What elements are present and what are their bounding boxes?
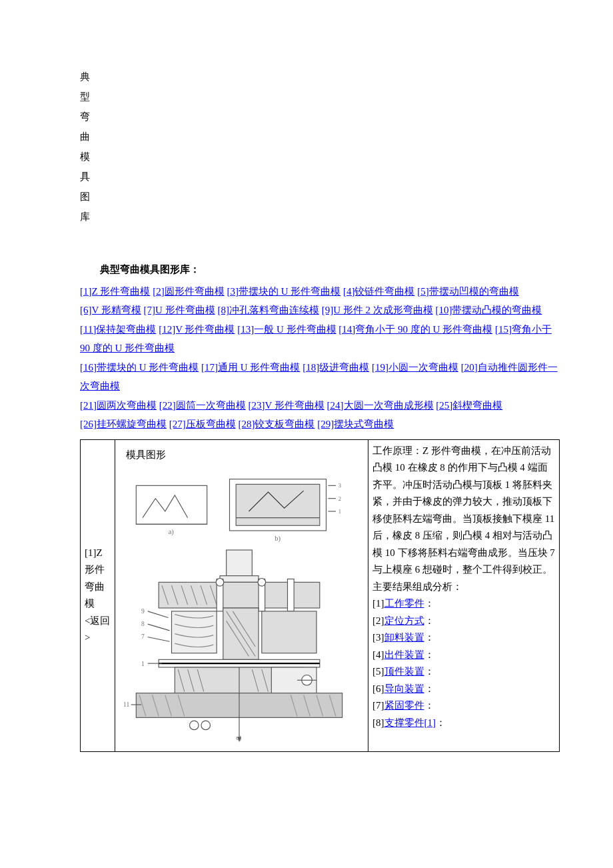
colon: ： — [424, 683, 434, 694]
section-subtitle: 典型弯曲模具图形库： — [80, 260, 560, 279]
item-num: [6] — [372, 683, 384, 694]
link-11[interactable]: [11]保持架弯曲模 — [80, 324, 156, 335]
link-12[interactable]: [12]V 形件弯曲模 — [159, 324, 235, 335]
colon: ： — [424, 649, 434, 660]
vt-char: 库 — [80, 207, 560, 227]
svg-text:11: 11 — [123, 701, 129, 708]
row-label-cell: [1]Z 形件 弯曲 模 <返回> — [81, 439, 115, 752]
vt-char: 曲 — [80, 127, 560, 147]
svg-line-39 — [148, 637, 170, 642]
svg-point-17 — [216, 579, 224, 587]
svg-text:3: 3 — [338, 482, 341, 489]
svg-text:a): a) — [169, 528, 175, 536]
svg-text:7: 7 — [141, 633, 145, 640]
svg-rect-15 — [159, 582, 320, 608]
item-num: [7] — [372, 700, 384, 711]
svg-rect-4 — [236, 484, 320, 525]
link-14[interactable]: [14]弯角小于 90 度的 U 形件弯曲模 — [338, 324, 492, 335]
svg-rect-20 — [288, 579, 295, 611]
item-link-6[interactable]: 导向装置 — [384, 683, 424, 694]
link-3[interactable]: [3]带摆块的 U 形件弯曲模 — [227, 286, 340, 297]
table-row: [1]Z 形件 弯曲 模 <返回> 模具图形 a) — [81, 439, 560, 752]
link-24[interactable]: [24]大圆一次弯曲成形模 — [327, 400, 434, 411]
row-label: [1]Z — [85, 545, 111, 562]
link-10[interactable]: [10]带摆动凸模的弯曲模 — [435, 305, 542, 315]
item-link-2[interactable]: 定位方式 — [384, 615, 424, 626]
item-link-4[interactable]: 出件装置 — [384, 649, 424, 660]
die-diagram: a) 3 2 1 b) — [119, 469, 359, 749]
svg-text:1: 1 — [141, 660, 145, 667]
colon: ： — [424, 598, 434, 609]
link-4[interactable]: [4]铰链件弯曲模 — [343, 286, 415, 297]
index-links: [1]Z 形件弯曲模 [2]圆形件弯曲模 [3]带摆块的 U 形件弯曲模 [4]… — [80, 282, 560, 434]
svg-text:9: 9 — [141, 607, 145, 615]
link-18[interactable]: [18]级进弯曲模 — [303, 362, 369, 373]
analysis-title: 主要结果组成分析： — [372, 579, 555, 596]
item-link-3[interactable]: 卸料装置 — [384, 632, 424, 643]
vt-char: 具 — [80, 167, 560, 187]
link-6[interactable]: [6]V 形精弯模 — [80, 305, 141, 315]
vt-char: 弯 — [80, 107, 560, 127]
svg-rect-0 — [136, 485, 207, 524]
link-25[interactable]: [25]斜楔弯曲模 — [436, 400, 502, 411]
svg-text:2: 2 — [338, 495, 341, 502]
item-num: [1] — [372, 598, 384, 609]
back-link[interactable]: <返回> — [85, 615, 110, 643]
row-label: 形件 — [85, 561, 111, 579]
svg-rect-23 — [262, 611, 316, 653]
working-principle: 工作原理：Z 形件弯曲模，在冲压前活动凸模 10 在橡皮 8 的作用下与凸模 4… — [372, 443, 555, 579]
link-29[interactable]: [29]摆块式弯曲模 — [317, 419, 394, 429]
svg-point-31 — [190, 721, 199, 730]
link-5[interactable]: [5]带摆动凹模的弯曲模 — [417, 286, 519, 297]
item-link-8[interactable]: 支撑零件[1] — [384, 717, 436, 728]
link-16[interactable]: [16]带摆块的 U 形件弯曲模 — [80, 362, 199, 373]
link-26[interactable]: [26]挂环螺旋弯曲模 — [80, 419, 167, 429]
svg-text:c): c) — [236, 734, 242, 742]
figure-title: 模具图形 — [126, 447, 364, 464]
svg-point-32 — [201, 721, 211, 730]
link-9[interactable]: [9]U 形件 2 次成形弯曲模 — [322, 305, 433, 315]
item-num: [3] — [372, 632, 384, 643]
item-link-5[interactable]: 顶件装置 — [384, 666, 424, 677]
link-8[interactable]: [8]冲孔落料弯曲连续模 — [217, 305, 319, 315]
link-27[interactable]: [27]压板弯曲模 — [169, 419, 236, 429]
svg-rect-14 — [220, 576, 259, 583]
link-7[interactable]: [7]U 形件弯曲模 — [144, 305, 215, 315]
colon: ： — [424, 615, 434, 626]
svg-text:b): b) — [275, 535, 281, 543]
item-num: [5] — [372, 666, 384, 677]
description-cell: 工作原理：Z 形件弯曲模，在冲压前活动凸模 10 在橡皮 8 的作用下与凸模 4… — [368, 439, 560, 752]
die-diagram-svg: a) 3 2 1 b) — [123, 473, 355, 743]
vt-char: 图 — [80, 187, 560, 207]
link-22[interactable]: [22]圆筒一次弯曲模 — [159, 400, 246, 411]
colon: ： — [424, 666, 434, 677]
svg-line-37 — [148, 624, 170, 631]
link-28[interactable]: [28]铰支板弯曲模 — [239, 419, 315, 429]
link-13[interactable]: [13]一般 U 形件弯曲模 — [237, 324, 336, 335]
item-link-7[interactable]: 紧固零件 — [384, 700, 424, 711]
svg-text:8: 8 — [141, 620, 145, 627]
item-num: [8] — [372, 717, 384, 728]
link-21[interactable]: [21]圆两次弯曲模 — [80, 400, 157, 411]
link-1[interactable]: [1]Z 形件弯曲模 — [80, 286, 150, 297]
link-19[interactable]: [19]小圆一次弯曲模 — [372, 362, 458, 373]
item-link-1[interactable]: 工作零件 — [384, 598, 424, 609]
link-17[interactable]: [17]通用 U 形件弯曲模 — [201, 362, 300, 373]
colon: ： — [424, 700, 434, 711]
link-2[interactable]: [2]圆形件弯曲模 — [153, 286, 225, 297]
vertical-title: 典 型 弯 曲 模 具 图 库 — [80, 67, 560, 227]
item-num: [4] — [372, 649, 384, 660]
svg-point-19 — [258, 579, 266, 587]
colon: ： — [424, 632, 434, 643]
link-23[interactable]: [23]V 形件弯曲模 — [249, 400, 324, 411]
svg-line-35 — [148, 611, 169, 618]
vt-char: 模 — [80, 147, 560, 167]
svg-rect-13 — [227, 550, 253, 576]
colon: ： — [436, 717, 446, 728]
vt-char: 典 — [80, 67, 560, 87]
row-label: 模 — [85, 595, 111, 613]
svg-text:1: 1 — [338, 508, 341, 515]
content-table: [1]Z 形件 弯曲 模 <返回> 模具图形 a) — [80, 439, 560, 753]
item-num: [2] — [372, 615, 384, 626]
figure-cell: 模具图形 a) 3 2 — [115, 439, 368, 752]
